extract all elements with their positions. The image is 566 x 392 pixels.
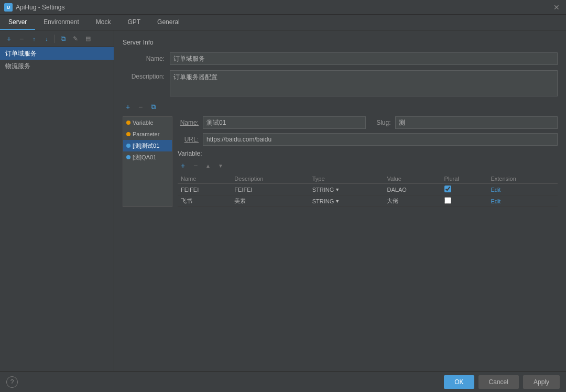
var1-type-dropdown-icon: ▼ — [335, 187, 340, 192]
env-name-label: Name: — [178, 119, 199, 126]
cancel-button[interactable]: Cancel — [478, 375, 519, 389]
name-row: Name: — [123, 52, 558, 65]
var2-description: 美素 — [231, 195, 309, 207]
variable-toolbar: + − ▲ ▼ — [178, 160, 558, 171]
var2-type-dropdown-icon: ▼ — [335, 199, 340, 204]
tab-server[interactable]: Server — [0, 15, 35, 30]
var2-plural[interactable] — [441, 195, 488, 207]
copy-server-button[interactable]: ⧉ — [57, 33, 69, 45]
variable-section-title: Variable: — [178, 150, 558, 157]
sidebar-item-logistics-service[interactable]: 物流服务 — [0, 60, 114, 72]
qa01-label: [测]QA01 — [133, 154, 156, 161]
col-plural: Plural — [441, 174, 488, 184]
move-up-button[interactable]: ↑ — [28, 33, 40, 45]
var2-edit-link[interactable]: Edit — [491, 198, 500, 204]
add-server-button[interactable]: + — [3, 33, 15, 45]
col-name: Name — [178, 174, 231, 184]
variable-table: Name Description Type Value Plural Exten… — [178, 174, 558, 207]
remove-variable-button[interactable]: − — [190, 160, 201, 171]
add-env-button[interactable]: + — [123, 102, 133, 112]
var1-type: STRING ▼ — [309, 184, 384, 195]
var1-plural-checkbox[interactable] — [444, 186, 451, 192]
env-slug-label: Slug: — [370, 119, 391, 126]
server-info-title: Server Info — [123, 39, 558, 46]
var2-extension: Edit — [487, 195, 558, 207]
tab-general[interactable]: General — [149, 15, 188, 30]
parameter-label: Parameter — [133, 131, 159, 137]
parameter-dot — [126, 132, 130, 136]
inner-item-parameter[interactable]: Parameter — [123, 128, 172, 140]
right-panel: Name: Slug: URL: Variable: — [178, 116, 558, 207]
remove-env-button[interactable]: − — [135, 102, 146, 112]
tab-bar: Server Environment Mock GPT General — [0, 15, 566, 30]
action-buttons: OK Cancel Apply — [444, 375, 560, 389]
inner-item-ceshi01[interactable]: [测]测试01 — [123, 140, 172, 151]
add-variable-button[interactable]: + — [178, 160, 188, 171]
content-area: Server Info Name: Description: 订单服务器配置 +… — [114, 30, 566, 371]
main-layout: + − ↑ ↓ ⧉ ✎ ▤ 订单域服务 物流服务 Server Info Nam… — [0, 30, 566, 371]
app-logo: U — [4, 3, 13, 12]
inner-item-qa01[interactable]: [测]QA01 — [123, 151, 172, 163]
env-name-row: Name: Slug: — [178, 116, 558, 129]
close-button[interactable]: ✕ — [551, 2, 562, 13]
move-variable-up-button[interactable]: ▲ — [203, 160, 213, 171]
description-label: Description: — [123, 70, 170, 83]
var1-extension: Edit — [487, 184, 558, 195]
table-row: FEIFEI FEIFEI STRING ▼ DALAO — [178, 184, 558, 195]
var1-description: FEIFEI — [231, 184, 309, 195]
var2-type: STRING ▼ — [309, 195, 384, 207]
var1-edit-link[interactable]: Edit — [491, 187, 500, 193]
help-button[interactable]: ? — [6, 376, 18, 388]
description-row: Description: 订单服务器配置 — [123, 70, 558, 96]
description-textarea[interactable]: 订单服务器配置 — [170, 70, 558, 96]
env-url-input[interactable] — [203, 133, 558, 146]
var1-name: FEIFEI — [178, 184, 231, 195]
server-list: 订单域服务 物流服务 — [0, 47, 114, 371]
qa01-dot — [126, 155, 130, 159]
title-bar-text: ApiHug - Settings — [16, 4, 551, 11]
env-slug-input[interactable] — [395, 116, 558, 129]
ceshi01-label: [测]测试01 — [133, 142, 159, 150]
ok-button[interactable]: OK — [444, 375, 474, 389]
sidebar-item-order-service[interactable]: 订单域服务 — [0, 47, 114, 60]
env-url-row: URL: — [178, 133, 558, 146]
variable-dot — [126, 121, 130, 125]
sidebar-toolbar: + − ↑ ↓ ⧉ ✎ ▤ — [0, 30, 114, 47]
tab-gpt[interactable]: GPT — [119, 15, 149, 30]
tab-mock[interactable]: Mock — [88, 15, 119, 30]
inner-layout: Variable Parameter [测]测试01 [测]QA01 — [123, 116, 558, 207]
col-value: Value — [384, 174, 441, 184]
var2-value: 大佬 — [384, 195, 441, 207]
variable-label: Variable — [133, 119, 154, 126]
var2-name: 飞书 — [178, 195, 231, 207]
title-bar: U ApiHug - Settings ✕ — [0, 0, 566, 15]
env-url-label: URL: — [178, 136, 199, 143]
name-label: Name: — [123, 52, 170, 65]
inner-toolbar: + − ⧉ — [123, 102, 558, 112]
col-type: Type — [309, 174, 384, 184]
ceshi01-dot — [126, 144, 130, 148]
inner-item-variable[interactable]: Variable — [123, 117, 172, 128]
bottom-bar: ? OK Cancel Apply — [0, 371, 566, 392]
edit-server-button[interactable]: ▤ — [82, 33, 94, 45]
environment-list: Variable Parameter [测]测试01 [测]QA01 — [123, 116, 172, 207]
col-description: Description — [231, 174, 309, 184]
var2-plural-checkbox[interactable] — [444, 197, 451, 204]
copy-env-button[interactable]: ⧉ — [148, 102, 158, 112]
sidebar: + − ↑ ↓ ⧉ ✎ ▤ 订单域服务 物流服务 — [0, 30, 114, 371]
toolbar-separator — [55, 35, 55, 43]
variable-section: Variable: + − ▲ ▼ Name Description Type — [178, 150, 558, 207]
move-variable-down-button[interactable]: ▼ — [215, 160, 226, 171]
remove-server-button[interactable]: − — [16, 33, 27, 45]
tab-environment[interactable]: Environment — [35, 15, 87, 30]
name-input[interactable] — [170, 52, 558, 65]
move-down-button[interactable]: ↓ — [41, 33, 52, 45]
delete-server-button[interactable]: ✎ — [70, 33, 81, 45]
var1-value: DALAO — [384, 184, 441, 195]
env-name-input[interactable] — [203, 116, 366, 129]
col-extension: Extension — [487, 174, 558, 184]
var1-plural[interactable] — [441, 184, 488, 195]
apply-button[interactable]: Apply — [523, 375, 560, 389]
table-row: 飞书 美素 STRING ▼ 大佬 — [178, 195, 558, 207]
